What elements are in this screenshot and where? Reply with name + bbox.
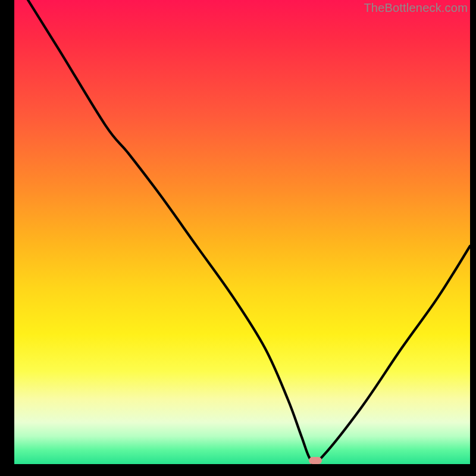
frame-left bbox=[0, 0, 14, 476]
optimal-point-marker bbox=[309, 457, 322, 464]
watermark-label: TheBottleneck.com bbox=[364, 1, 468, 15]
frame-right bbox=[470, 0, 476, 476]
bottleneck-curve bbox=[14, 0, 470, 464]
frame-bottom bbox=[0, 464, 476, 476]
chart-container: TheBottleneck.com bbox=[0, 0, 476, 476]
